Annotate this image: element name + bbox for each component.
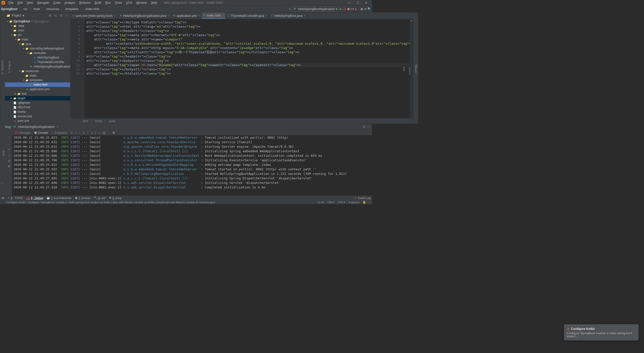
tree-node[interactable]: ▼📁src — [5, 33, 70, 37]
menu-refactor[interactable]: Refactor — [78, 1, 92, 5]
readonly-icon[interactable]: 🔓 — [363, 200, 366, 204]
editor-tab[interactable]: CThymeleafController.java× — [226, 13, 269, 19]
editor-tab[interactable]: ☘application.yml× — [171, 13, 202, 19]
close-tab-icon[interactable]: × — [57, 125, 58, 129]
tree-node[interactable]: ▼📁main — [5, 37, 70, 42]
notification-popup[interactable]: ⚠Configure Kotlin Configure 'SpringBoot'… — [564, 324, 638, 340]
console-output[interactable]: 2020-06-12 21:49:25.823 INFO 21872 --- [… — [12, 135, 372, 195]
bottom-tab[interactable]: ☘ Spring — [109, 196, 122, 199]
tree-node[interactable]: 📄SpringBoot.iml — [5, 123, 70, 124]
tab-console[interactable]: ▣Console — [34, 131, 48, 134]
project-tree[interactable]: ▼📁SpringBootG:\SpringBoot▼📁.idea📁.mvn▼📁s… — [5, 19, 70, 124]
close-button[interactable]: ✕ — [362, 0, 371, 6]
breadcrumb-item[interactable]: templates — [65, 7, 78, 11]
hide-icon[interactable]: — — [65, 14, 69, 18]
editor-breadcrumb[interactable]: html〉body〉span — [70, 118, 413, 124]
clear-icon[interactable]: 🗑 — [7, 164, 11, 168]
tree-node[interactable]: CThymeleafController — [5, 60, 70, 64]
breadcrumb-item[interactable]: SpringBoot — [1, 7, 17, 11]
breadcrumb-item[interactable]: resources — [46, 7, 59, 11]
caret-position[interactable]: 11:31 — [317, 201, 325, 204]
menu-edit[interactable]: Edit — [16, 1, 24, 5]
tree-node[interactable]: ▶📁test — [5, 91, 70, 96]
event-log-button[interactable]: ⚠ Event Log — [354, 196, 371, 199]
menu-code[interactable]: Code — [52, 1, 62, 5]
error-stripe[interactable] — [410, 19, 413, 118]
step-out-icon[interactable]: ↑ — [87, 131, 89, 134]
tree-node[interactable]: ▶📁target — [5, 96, 70, 100]
file-encoding[interactable]: UTF-8 — [338, 201, 345, 204]
coverage-button[interactable]: ▣ — [346, 7, 350, 11]
stop-button[interactable]: ■ — [354, 7, 358, 11]
tree-node[interactable]: ▼📁.idea — [5, 24, 70, 28]
scroll-icon[interactable]: ⤓ — [7, 153, 11, 157]
step-toolbar-icon[interactable]: ≡ — [71, 131, 72, 134]
code-editor[interactable]: 12345678910111213 ⊟⊟⊟⊟⊟⊟ attr">class="ta… — [70, 19, 413, 118]
debug-button[interactable]: 🐞 — [343, 7, 346, 11]
chevron-down-icon[interactable]: ⌄ — [634, 335, 636, 338]
tree-node[interactable]: CHelloSpringBoot — [5, 55, 70, 60]
down-icon[interactable]: ↓ — [7, 142, 11, 146]
maximize-button[interactable]: ☐ — [353, 0, 362, 6]
editor-tab[interactable]: CHelloSpringBoot.java× — [269, 13, 307, 19]
editor-breadcrumb-item[interactable]: html — [83, 119, 88, 123]
run-config-selector[interactable]: ☘ HelloSpringBootApplication ▾ — [292, 6, 339, 12]
chevron-down-icon[interactable]: ▾ — [23, 14, 24, 17]
tab-endpoints[interactable]: ∿Endpoints — [52, 131, 67, 134]
structure-button[interactable]: ▦ — [360, 7, 364, 11]
menu-tools[interactable]: Tools — [113, 1, 124, 5]
breadcrumb-item[interactable]: main — [33, 7, 40, 11]
tool-tab-web[interactable]: Web — [2, 150, 5, 156]
search-icon[interactable]: 🔍 — [367, 7, 371, 11]
menu-navigate[interactable]: Navigate — [36, 1, 51, 5]
tree-node[interactable]: ▼📁resources — [5, 69, 70, 73]
wrap-icon[interactable]: ↩ — [7, 147, 11, 152]
tree-node[interactable]: ▼📁java — [5, 42, 70, 46]
tool-tab-structure[interactable]: 2: Structure — [0, 59, 4, 75]
breadcrumb-item[interactable]: src — [23, 7, 27, 11]
menu-view[interactable]: View — [25, 1, 35, 5]
menu-file[interactable]: File — [7, 1, 15, 5]
breadcrumb[interactable]: SpringBoot〉src〉main〉resources〉templates〉… — [1, 7, 99, 11]
gear-icon[interactable]: ⚙ — [59, 14, 63, 18]
line-separator[interactable]: CRLF — [327, 201, 335, 204]
bottom-tab[interactable]: ▣ Terminal — [75, 196, 90, 199]
hide-icon[interactable]: — — [368, 125, 371, 129]
tree-node[interactable]: ▼📁templates — [5, 78, 70, 82]
run-to-cursor-icon[interactable]: ↘ — [91, 131, 93, 134]
evaluate-icon[interactable]: ▭ — [98, 131, 101, 134]
step-over-icon[interactable]: ⤻ — [74, 131, 77, 134]
editor-breadcrumb-item[interactable]: span — [109, 119, 115, 123]
force-step-into-icon[interactable]: ⇣ — [83, 131, 85, 134]
tree-node[interactable]: 📁.mvn — [5, 28, 70, 33]
tree-node[interactable]: 📄.gitignore — [5, 100, 70, 105]
editor-tab[interactable]: ⬘index.html× — [202, 13, 226, 19]
tree-node[interactable]: 📄mvnw — [5, 110, 70, 114]
tree-node[interactable]: ▼📁com.kcbg.hellospringboot — [5, 46, 70, 51]
bottom-tab[interactable]: 🔨 Build — [94, 196, 105, 199]
print-icon[interactable]: 🖨 — [7, 159, 11, 163]
menu-help[interactable]: Help — [149, 1, 159, 5]
menu-build[interactable]: Build — [93, 1, 103, 5]
menu-window[interactable]: Window — [135, 1, 148, 5]
collapse-icon[interactable]: ⇆ — [54, 14, 58, 18]
tree-node[interactable]: ☘application.yml — [5, 87, 70, 91]
editor-tab[interactable]: mpom.xml (hello-spring-boot)× — [70, 13, 117, 19]
gear-icon[interactable]: ⚙ — [363, 125, 366, 129]
tree-node[interactable]: 📁static — [5, 73, 70, 78]
menu-analyze[interactable]: Analyze — [63, 1, 77, 5]
build-icon[interactable]: ⬇ — [288, 7, 292, 11]
tree-node[interactable]: ▼📁controller — [5, 51, 70, 55]
menu-vcs[interactable]: VCS — [125, 1, 134, 5]
bottom-tab[interactable]: ☕ Java Enterprise — [47, 196, 71, 199]
editor-breadcrumb-item[interactable]: body — [95, 119, 102, 123]
tree-node[interactable]: mpom.xml — [5, 119, 70, 123]
tool-windows-icon[interactable]: ▦ — [2, 196, 4, 199]
indent-info[interactable]: 4 spaces — [348, 201, 359, 204]
error-indicator[interactable]: ! — [369, 201, 370, 204]
tree-node[interactable]: ☘HelloSpringBootApplication — [5, 64, 70, 69]
tree-root[interactable]: ▼📁SpringBootG:\SpringBoot — [5, 19, 70, 24]
fold-gutter[interactable]: ⊟⊟⊟⊟⊟⊟ — [82, 19, 85, 118]
layout-icon[interactable]: ▦ — [112, 131, 115, 134]
breadcrumb-item[interactable]: index.html — [86, 7, 99, 11]
